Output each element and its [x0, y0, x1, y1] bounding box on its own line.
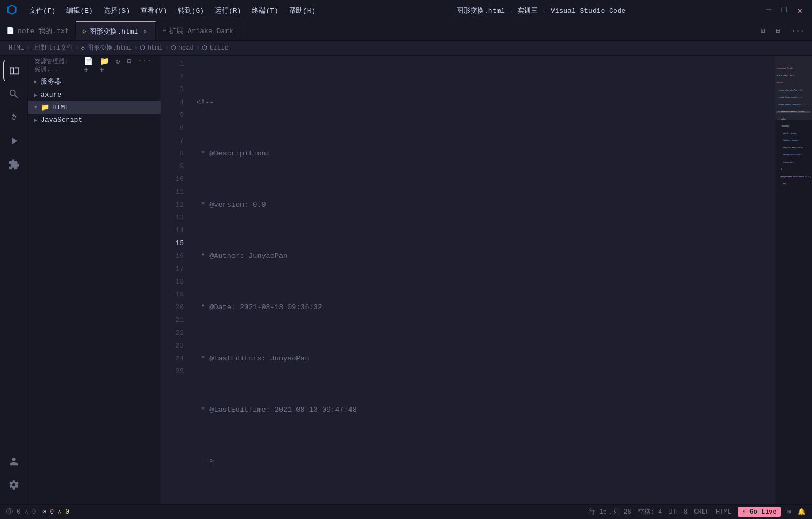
sidebar-item-axure[interactable]: ▶ axure: [28, 89, 161, 101]
menu-select[interactable]: 选择(S): [99, 4, 134, 18]
ln-6: 6: [166, 122, 184, 135]
split-editor-button[interactable]: ⊡: [758, 25, 768, 36]
sidebar-item-javascript[interactable]: ▶ JavaScript: [28, 114, 161, 126]
editor-area[interactable]: 1 2 3 4 5 6 7 8 9 10 11 12 13 14 15 16 1…: [161, 56, 812, 504]
ln-8: 8: [166, 147, 184, 160]
javascript-label: JavaScript: [41, 116, 82, 124]
activity-bar: [0, 56, 28, 504]
ln-16: 16: [166, 250, 184, 263]
activity-source-control[interactable]: [3, 107, 25, 128]
refresh-button[interactable]: ↻: [113, 56, 122, 75]
tab-xingbian-label: 图形变换.html: [89, 27, 138, 36]
code-line-8: -->: [197, 455, 775, 468]
tab-note-icon: 📄: [6, 27, 14, 35]
ln-19: 19: [166, 288, 184, 301]
code-line-7: * @LastEditTime: 2021-08-13 09:47:48: [197, 404, 775, 416]
spaces-status[interactable]: 空格: 4: [638, 507, 662, 516]
bc-folder[interactable]: 上课html文件: [32, 43, 73, 52]
ln-21: 21: [166, 314, 184, 327]
sidebar-item-html[interactable]: ▼ 📁 HTML: [28, 101, 161, 114]
line-col-status[interactable]: 行 15，列 28: [589, 507, 631, 516]
breadcrumb: HTML › 上课html文件 › ◇ 图形变换.html › ⬡ html ›…: [0, 41, 812, 56]
tab-xingbian-close[interactable]: ✕: [141, 26, 149, 36]
code-line-1: <!--: [197, 96, 775, 109]
collapse-all-button[interactable]: ⊟: [124, 56, 134, 75]
new-folder-button[interactable]: 📁+: [98, 56, 112, 75]
encoding-status[interactable]: UTF-8: [668, 508, 688, 516]
server-label: 服务器: [41, 77, 61, 86]
tab-note-label: note 我的.txt: [18, 26, 69, 36]
git-status[interactable]: ⓪ 0 △ 0: [6, 507, 36, 516]
tab-bar-actions: ⊡ ⊞ ···: [753, 21, 812, 40]
activity-search[interactable]: [3, 83, 25, 105]
activity-run[interactable]: [3, 130, 25, 152]
close-button[interactable]: ✕: [794, 4, 806, 17]
bc-html[interactable]: HTML: [9, 44, 24, 52]
ln-20: 20: [166, 301, 184, 314]
bc-file[interactable]: 图形变换.html: [87, 43, 132, 52]
go-live-button[interactable]: ⚡ Go Live: [738, 507, 781, 517]
line-ending-status[interactable]: CRLF: [694, 508, 709, 516]
code-l4-text: * @Author: JunyaoPan: [197, 250, 287, 263]
minimap: <!DOCTYPE html> <html lang="en"> <head> …: [775, 56, 812, 504]
code-line-6: * @LastEditors: JunyaoPan: [197, 352, 775, 365]
ln-7: 7: [166, 135, 184, 147]
ln-23: 23: [166, 340, 184, 352]
bc-title[interactable]: title: [209, 44, 229, 52]
notification-bell[interactable]: 🔔: [798, 508, 806, 516]
sidebar-item-server[interactable]: ▶ 服务器: [28, 75, 161, 89]
ln-10: 10: [166, 173, 184, 186]
menu-terminal[interactable]: 终端(T): [247, 4, 282, 18]
html-arrow: ▼: [34, 105, 37, 111]
code-line-4: * @Author: JunyaoPan: [197, 250, 775, 263]
menu-view[interactable]: 查看(V): [136, 4, 171, 18]
tab-xingbian[interactable]: ◇ 图形变换.html ✕: [76, 21, 156, 40]
ln-18: 18: [166, 276, 184, 288]
code-editor[interactable]: <!-- * @Descripition: * @version: 0.0 * …: [188, 56, 775, 504]
remote-status[interactable]: ⊛: [787, 508, 791, 516]
menu-help[interactable]: 帮助(H): [285, 4, 319, 18]
sidebar-more-button[interactable]: ···: [136, 56, 154, 75]
new-file-button[interactable]: 📄+: [82, 56, 96, 75]
vs-logo: ⬡: [6, 3, 17, 18]
bc-head[interactable]: head: [178, 44, 194, 52]
axure-label: axure: [41, 91, 61, 99]
activity-explorer[interactable]: [3, 60, 25, 81]
panel-layout-button[interactable]: ⊞: [772, 25, 783, 36]
bc-html-icon: ⬡: [140, 44, 145, 51]
language-status[interactable]: HTML: [716, 508, 731, 516]
tab-note[interactable]: 📄 note 我的.txt: [0, 21, 76, 40]
tab-ariake[interactable]: ≡ 扩展 Ariake Dark: [156, 21, 240, 40]
menu-edit[interactable]: 编辑(E): [62, 4, 97, 18]
ln-1: 1: [166, 58, 184, 70]
activity-settings[interactable]: [3, 474, 25, 496]
activity-extensions[interactable]: [3, 154, 25, 175]
code-line-2: * @Descripition:: [197, 147, 775, 160]
axure-arrow: ▶: [34, 92, 37, 98]
menu-run[interactable]: 运行(R): [210, 4, 245, 18]
maximize-button[interactable]: □: [778, 4, 790, 17]
tab-ariake-icon: ≡: [162, 27, 166, 35]
menu-bar[interactable]: 文件(F) 编辑(E) 选择(S) 查看(V) 转到(G) 运行(R) 终端(T…: [25, 4, 319, 18]
minimize-button[interactable]: ─: [762, 4, 774, 17]
window-controls[interactable]: ─ □ ✕: [762, 4, 806, 17]
ln-3: 3: [166, 83, 184, 96]
html-folder-icon: 📁: [41, 103, 49, 112]
menu-file[interactable]: 文件(F): [25, 4, 60, 18]
server-arrow: ▶: [34, 78, 37, 85]
bc-html-tag[interactable]: html: [147, 44, 163, 52]
sidebar-header: 资源管理器: 实训... 📄+ 📁+ ↻ ⊟ ···: [28, 56, 161, 75]
sidebar-header-icons[interactable]: 📄+ 📁+ ↻ ⊟ ···: [82, 56, 154, 75]
code-line-5: * @Date: 2021-08-13 09:36:32: [197, 301, 775, 314]
ln-12: 12: [166, 199, 184, 211]
error-status[interactable]: ⊘ 0 △ 0: [42, 508, 69, 516]
ln-15: 15: [166, 237, 184, 250]
bc-file-icon: ◇: [81, 44, 85, 51]
ln-5: 5: [166, 109, 184, 122]
code-l3-text: * @version: 0.0: [197, 199, 266, 211]
bc-sep-2: ›: [75, 44, 79, 52]
activity-account[interactable]: [3, 451, 25, 472]
bc-sep-1: ›: [26, 44, 30, 52]
more-actions-button[interactable]: ···: [788, 26, 808, 36]
menu-goto[interactable]: 转到(G): [174, 4, 208, 18]
